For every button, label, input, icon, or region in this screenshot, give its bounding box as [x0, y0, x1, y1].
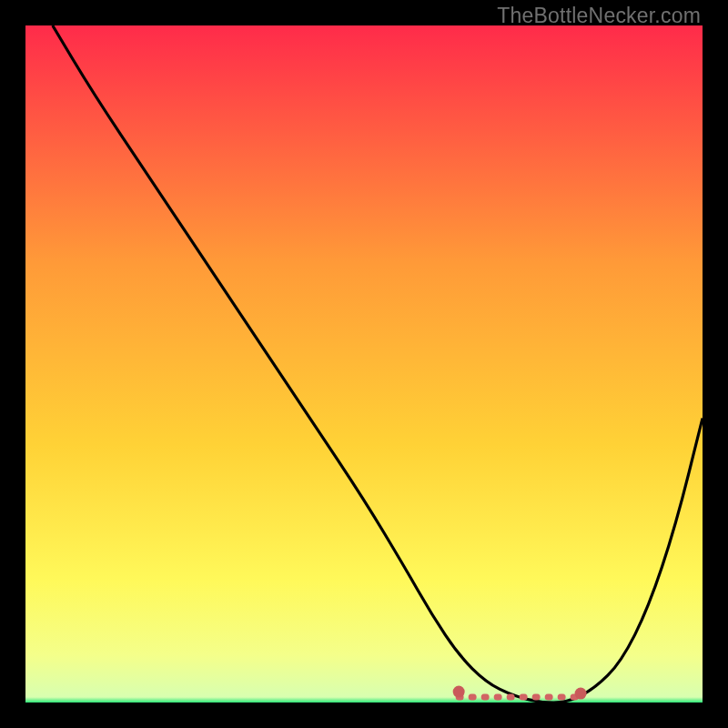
chart-container: TheBottleNecker.com [0, 0, 728, 728]
watermark-text: TheBottleNecker.com [497, 4, 701, 28]
bottleneck-curve [53, 25, 703, 703]
plot-area [25, 25, 703, 703]
svg-point-2 [453, 686, 465, 698]
curve-layer [25, 25, 703, 703]
sweetspot-band [453, 686, 587, 700]
svg-point-3 [575, 688, 587, 700]
